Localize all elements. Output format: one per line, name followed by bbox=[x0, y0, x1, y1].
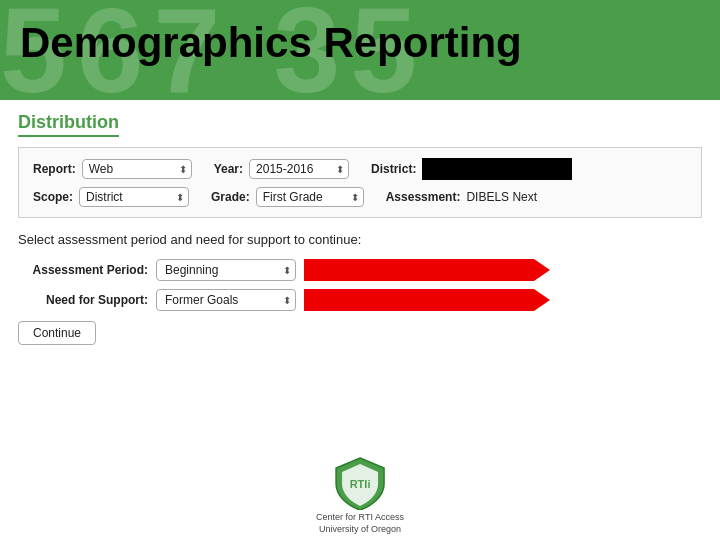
assessment-group: Assessment: DIBELS Next bbox=[386, 190, 537, 204]
scope-group: Scope: District School bbox=[33, 187, 189, 207]
district-label: District: bbox=[371, 162, 416, 176]
filter-form: Report: Web PDF Year: 2015-2016 2014-201… bbox=[18, 147, 702, 218]
district-value-box bbox=[422, 158, 572, 180]
assessment-label: Assessment: bbox=[386, 190, 461, 204]
logo-text: Center for RTI Access bbox=[316, 512, 404, 522]
grade-select[interactable]: First Grade Second Grade bbox=[256, 187, 364, 207]
assessment-period-label: Assessment Period: bbox=[18, 263, 148, 277]
scope-select[interactable]: District School bbox=[79, 187, 189, 207]
need-for-support-label: Need for Support: bbox=[18, 293, 148, 307]
form-row-2: Scope: District School Grade: First Grad… bbox=[33, 187, 687, 207]
district-group: District: bbox=[371, 158, 572, 180]
grade-group: Grade: First Grade Second Grade bbox=[211, 187, 364, 207]
report-select-wrapper: Web PDF bbox=[82, 159, 192, 179]
logo-container: RTIi Center for RTI Access University of… bbox=[316, 454, 404, 534]
year-select-wrapper: 2015-2016 2014-2015 bbox=[249, 159, 349, 179]
report-group: Report: Web PDF bbox=[33, 159, 192, 179]
grade-label: Grade: bbox=[211, 190, 250, 204]
year-label: Year: bbox=[214, 162, 243, 176]
assessment-period-select-wrapper: Beginning Middle End bbox=[156, 259, 296, 281]
report-label: Report: bbox=[33, 162, 76, 176]
need-for-support-select[interactable]: Former Goals Current Goals No Goals bbox=[156, 289, 296, 311]
year-select[interactable]: 2015-2016 2014-2015 bbox=[249, 159, 349, 179]
need-for-support-select-wrapper: Former Goals Current Goals No Goals bbox=[156, 289, 296, 311]
scope-select-wrapper: District School bbox=[79, 187, 189, 207]
assessment-value: DIBELS Next bbox=[466, 190, 537, 204]
assessment-period-select[interactable]: Beginning Middle End bbox=[156, 259, 296, 281]
continue-button[interactable]: Continue bbox=[18, 321, 96, 345]
svg-text:RTIi: RTIi bbox=[350, 478, 371, 490]
grade-select-wrapper: First Grade Second Grade bbox=[256, 187, 364, 207]
period-form: Assessment Period: Beginning Middle End … bbox=[18, 259, 702, 311]
logo-icon: RTIi bbox=[332, 454, 388, 510]
scope-label: Scope: bbox=[33, 190, 73, 204]
assessment-period-row: Assessment Period: Beginning Middle End bbox=[18, 259, 702, 281]
section-title: Distribution bbox=[18, 112, 119, 137]
assessment-period-arrow bbox=[304, 259, 534, 281]
need-for-support-row: Need for Support: Former Goals Current G… bbox=[18, 289, 702, 311]
report-select[interactable]: Web PDF bbox=[82, 159, 192, 179]
page-title: Demographics Reporting bbox=[20, 10, 700, 68]
instruction-text: Select assessment period and need for su… bbox=[18, 232, 702, 247]
year-group: Year: 2015-2016 2014-2015 bbox=[214, 159, 349, 179]
header: 567 35 Demographics Reporting bbox=[0, 0, 720, 100]
need-for-support-arrow bbox=[304, 289, 534, 311]
footer: RTIi Center for RTI Access University of… bbox=[316, 454, 404, 534]
form-row-1: Report: Web PDF Year: 2015-2016 2014-201… bbox=[33, 158, 687, 180]
main-content: Distribution Report: Web PDF Year: 2015-… bbox=[0, 100, 720, 355]
logo-subtext: University of Oregon bbox=[319, 524, 401, 534]
